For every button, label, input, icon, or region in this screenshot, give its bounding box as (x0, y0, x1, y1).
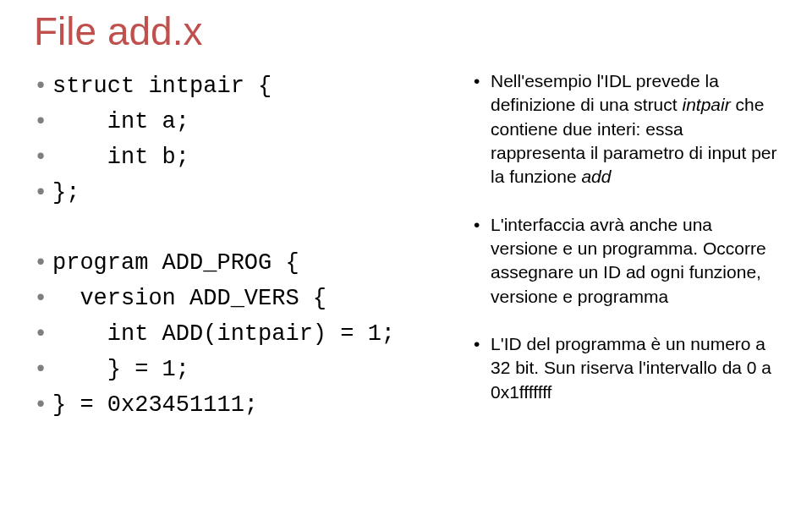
bullet-icon: • (34, 105, 52, 140)
code-text: }; (52, 176, 80, 211)
bullet-icon: • (474, 213, 491, 237)
note-text: L'interfaccia avrà anche una versione e … (491, 213, 778, 309)
bullet-icon: • (34, 317, 52, 353)
page-title: File add.x (34, 8, 778, 54)
code-line: • struct intpair { (34, 69, 474, 105)
code-text: struct intpair { (52, 69, 272, 105)
code-text: program ADD_PROG { (52, 246, 299, 282)
spacer (34, 211, 474, 246)
bullet-icon: • (34, 353, 52, 388)
code-line: • program ADD_PROG { (34, 246, 474, 282)
code-line: • int a; (34, 105, 474, 140)
code-line: • }; (34, 176, 474, 211)
bullet-icon: • (474, 332, 491, 356)
italic-term: add (581, 167, 611, 186)
code-line: • } = 1; (34, 353, 474, 388)
bullet-icon: • (474, 69, 491, 93)
code-line: • } = 0x23451111; (34, 388, 474, 424)
code-text: int a; (52, 105, 189, 140)
code-text: int ADD(intpair) = 1; (52, 317, 395, 353)
code-text: version ADD_VERS { (52, 282, 326, 317)
code-line: • int ADD(intpair) = 1; (34, 317, 474, 353)
bullet-icon: • (34, 246, 52, 282)
note-item: • L'ID del programma è un numero a 32 bi… (474, 332, 778, 404)
code-block: • struct intpair { • int a; • int b; • }… (34, 69, 474, 424)
italic-term: intpair (682, 95, 730, 114)
slide-page: File add.x • struct intpair { • int a; •… (0, 0, 812, 428)
code-text: } = 1; (52, 353, 189, 388)
note-item: • L'interfaccia avrà anche una versione … (474, 213, 778, 309)
note-item: • Nell'esempio l'IDL prevede la definizi… (474, 69, 778, 189)
note-text: L'ID del programma è un numero a 32 bit.… (491, 332, 778, 404)
code-line: • version ADD_VERS { (34, 282, 474, 317)
bullet-icon: • (34, 388, 52, 424)
code-text: } = 0x23451111; (52, 388, 258, 424)
code-line: • int b; (34, 140, 474, 176)
code-text: int b; (52, 140, 189, 176)
content-columns: • struct intpair { • int a; • int b; • }… (34, 69, 778, 428)
bullet-icon: • (34, 69, 52, 105)
bullet-icon: • (34, 282, 52, 317)
bullet-icon: • (34, 176, 52, 211)
note-text: Nell'esempio l'IDL prevede la definizion… (491, 69, 778, 189)
notes-block: • Nell'esempio l'IDL prevede la definizi… (474, 69, 778, 428)
bullet-icon: • (34, 140, 52, 176)
